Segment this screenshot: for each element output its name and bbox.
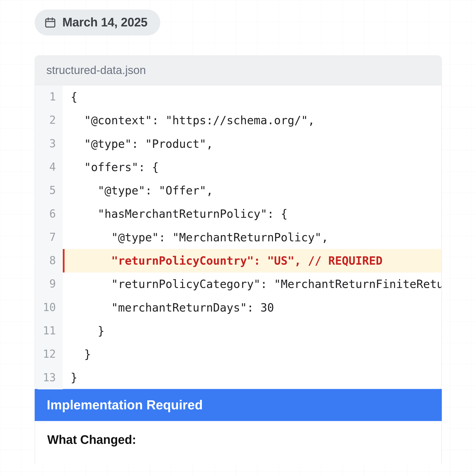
svg-rect-0 [46,19,55,27]
code-text: { [63,85,442,109]
code-text: "@type": "Offer", [63,179,442,202]
code-filename: structured-data.json [35,56,441,85]
line-number: 11 [35,319,63,342]
code-text: "@context": "https://schema.org/", [63,109,442,132]
line-number: 6 [35,202,63,226]
code-line: 4 "offers": { [35,155,441,179]
code-line: 6 "hasMerchantReturnPolicy": { [35,202,441,226]
code-line: 13} [35,366,441,389]
code-text: } [63,343,442,366]
code-line: 5 "@type": "Offer", [35,179,441,202]
code-line: 12 } [35,343,441,366]
code-text: "hasMerchantReturnPolicy": { [63,202,442,226]
code-line: 11 } [35,319,441,342]
line-number: 10 [35,296,63,319]
line-number: 3 [35,132,63,155]
what-changed-heading: What Changed: [47,433,429,447]
code-line: 1{ [35,85,441,109]
line-number: 4 [35,155,63,179]
line-number: 2 [35,109,63,132]
banner-title: Implementation Required [47,398,203,412]
code-card: structured-data.json 1{2 "@context": "ht… [35,55,442,390]
line-number: 5 [35,179,63,202]
line-number: 7 [35,226,63,249]
code-text: "returnPolicyCountry": "US", // REQUIRED [63,249,442,272]
code-line-highlight: 8 "returnPolicyCountry": "US", // REQUIR… [35,249,441,272]
line-number: 13 [35,366,63,389]
date-label: March 14, 2025 [62,16,148,29]
code-text: "@type": "MerchantReturnPolicy", [63,226,442,249]
code-line: 9 "returnPolicyCategory": "MerchantRetur… [35,272,441,296]
what-changed-section: What Changed: [35,421,442,464]
code-line: 2 "@context": "https://schema.org/", [35,109,441,132]
code-line: 3 "@type": "Product", [35,132,441,155]
code-line: 10 "merchantReturnDays": 30 [35,296,441,319]
code-body: 1{2 "@context": "https://schema.org/",3 … [35,85,441,390]
line-number: 9 [35,272,63,296]
calendar-icon [44,17,56,29]
date-pill: March 14, 2025 [35,10,161,35]
code-text: "merchantReturnDays": 30 [63,296,442,319]
code-line: 7 "@type": "MerchantReturnPolicy", [35,226,441,249]
code-text: } [63,366,442,389]
line-number: 1 [35,85,63,109]
code-text: } [63,319,442,342]
code-text: "@type": "Product", [63,132,442,155]
line-number: 12 [35,343,63,366]
code-text: "returnPolicyCategory": "MerchantReturnF… [63,272,442,296]
line-number: 8 [35,249,63,272]
code-text: "offers": { [63,155,442,179]
implementation-banner: Implementation Required [35,389,442,421]
